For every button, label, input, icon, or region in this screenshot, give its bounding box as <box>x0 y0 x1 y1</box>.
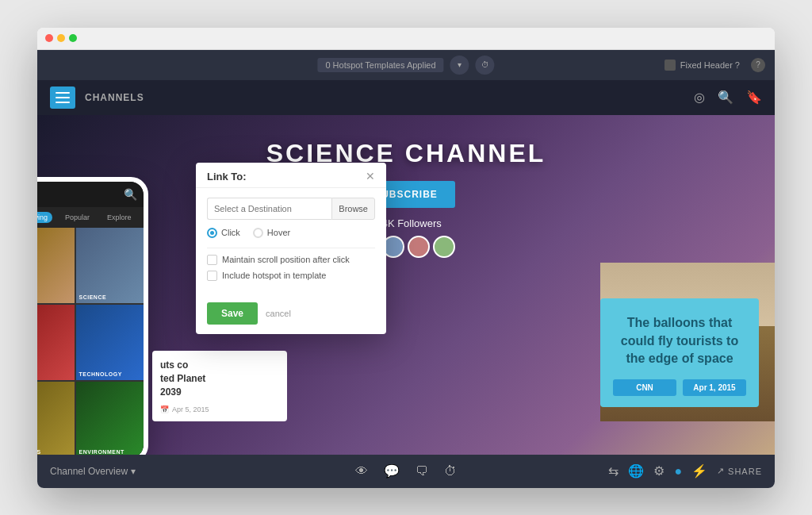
bookmark-icon[interactable]: 🔖 <box>746 90 762 105</box>
hotspot-indicator: 0 Hotspot Templates Applied ▾ ⏱ <box>317 56 494 75</box>
channel-label-text: Channel Overview <box>50 466 128 477</box>
phone-grid-item-technology[interactable]: TECHNOLOGY <box>76 305 144 380</box>
hotspot-badge: 0 Hotspot Templates Applied <box>317 58 443 72</box>
lightning-icon[interactable]: ⚡ <box>691 463 707 478</box>
calendar-icon: 📅 <box>160 405 169 413</box>
destination-input-row: Browse <box>207 198 375 220</box>
fixed-header-label: Fixed Header ? <box>680 60 740 70</box>
channel-overview-label: Channel Overview ▾ <box>50 466 136 477</box>
modal-footer: Save cancel <box>196 296 386 334</box>
phone-grid: FASHION SCIENCE AUTO TECHNOLOGY FINANCES <box>37 228 144 455</box>
destination-input[interactable] <box>207 198 331 220</box>
click-radio-option[interactable]: Click <box>207 228 240 238</box>
hover-radio-option[interactable]: Hover <box>253 228 290 238</box>
phone-tab-following[interactable]: Following <box>37 212 52 223</box>
browser-dot-yellow[interactable] <box>57 34 65 42</box>
article-strip: uts coted Planet2039 📅 Apr 5, 2015 <box>152 351 287 421</box>
science-label: SCIENCE <box>79 294 107 300</box>
click-label: Click <box>221 228 240 237</box>
radio-row: Click Hover <box>207 228 375 238</box>
card-source-badge[interactable]: CNN <box>613 379 676 396</box>
article-date: 📅 Apr 5, 2015 <box>160 405 279 413</box>
modal-body: Browse Click Hover <box>196 188 386 296</box>
browser-dot-red[interactable] <box>45 34 53 42</box>
phone-search-icon[interactable]: 🔍 <box>124 188 137 201</box>
browser-dots <box>45 34 77 42</box>
app-nav: CHANNELS ◎ 🔍 🔖 <box>37 80 775 115</box>
bottom-right-section: ⇆ 🌐 ⚙ ● ⚡ ↗ SHARE <box>608 463 762 478</box>
avatar-4 <box>433 236 455 258</box>
article-text: uts coted Planet2039 <box>160 359 279 398</box>
fixed-header-section: Fixed Header ? ? <box>665 58 765 72</box>
timer-icon-btn[interactable]: ⏱ <box>476 56 495 75</box>
menu-line-2 <box>56 97 70 98</box>
click-radio-dot[interactable] <box>207 228 217 238</box>
browser-titlebar <box>37 28 775 50</box>
eye-icon[interactable]: 👁 <box>355 464 368 478</box>
menu-line-1 <box>56 92 70 94</box>
hotspot-template-label: Include hotspot in template <box>222 271 326 280</box>
hover-radio-dot[interactable] <box>253 228 263 238</box>
share-network-icon[interactable]: ⇆ <box>608 463 619 478</box>
technology-label: TECHNOLOGY <box>79 371 122 377</box>
link-to-modal[interactable]: Link To: ✕ Browse Click <box>196 163 386 334</box>
phone-grid-item-environment[interactable]: ENVIRONMENT <box>76 382 144 454</box>
channel-chevron-icon: ▾ <box>131 466 136 477</box>
phone-grid-item-science[interactable]: SCIENCE <box>76 228 144 303</box>
cancel-link[interactable]: cancel <box>266 309 291 318</box>
globe-icon[interactable]: 🌐 <box>628 463 644 478</box>
bottom-center-icons: 👁 💬 🗨 ⏱ <box>355 463 457 478</box>
comment-icon[interactable]: 🗨 <box>416 464 428 478</box>
card-date-badge[interactable]: Apr 1, 2015 <box>683 379 746 396</box>
environment-label: ENVIRONMENT <box>79 449 124 455</box>
help-button[interactable]: ? <box>751 58 765 72</box>
phone-nav: ≡ 🔍 <box>37 182 144 207</box>
phone-tab-popular[interactable]: Popular <box>60 212 94 223</box>
browser-window: 0 Hotspot Templates Applied ▾ ⏱ Fixed He… <box>37 28 775 488</box>
article-card: The balloons that could fly tourists to … <box>600 298 759 406</box>
clock-icon[interactable]: ⏱ <box>444 464 457 478</box>
phone-grid-item-fashion[interactable]: FASHION <box>37 228 75 303</box>
scroll-checkbox-row[interactable]: Maintain scroll position after click <box>207 255 375 265</box>
save-button[interactable]: Save <box>207 302 258 325</box>
modal-title: Link To: <box>207 171 247 183</box>
phone-inner: ≡ 🔍 Following Popular Explore FASHION SC… <box>37 182 144 455</box>
main-content: SCIENCE CHANNEL SUBSCRIBE 234K Followers… <box>37 115 775 455</box>
hotspot-checkbox-row[interactable]: Include hotspot in template <box>207 271 375 281</box>
app-toolbar: 0 Hotspot Templates Applied ▾ ⏱ Fixed He… <box>37 50 775 80</box>
browse-button[interactable]: Browse <box>331 198 375 220</box>
card-footer: CNN Apr 1, 2015 <box>613 379 746 396</box>
search-icon[interactable]: 🔍 <box>718 90 733 105</box>
avatar-3 <box>408 236 430 258</box>
share-label: SHARE <box>728 467 762 476</box>
phone-grid-item-finances[interactable]: FINANCES <box>37 382 75 454</box>
modal-divider <box>207 248 375 248</box>
share-arrow-icon: ↗ <box>717 466 725 476</box>
phone-grid-item-auto[interactable]: AUTO <box>37 305 75 380</box>
modal-close-button[interactable]: ✕ <box>366 171 375 182</box>
finances-label: FINANCES <box>37 449 41 455</box>
phone-tab-explore[interactable]: Explore <box>102 212 136 223</box>
hover-label: Hover <box>267 228 290 237</box>
chat-icon[interactable]: 💬 <box>384 463 400 478</box>
dropdown-icon-btn[interactable]: ▾ <box>450 56 469 75</box>
browser-dot-green[interactable] <box>69 34 77 42</box>
phone-tabs: Following Popular Explore <box>37 207 144 228</box>
gear-icon[interactable]: ⚙ <box>653 463 665 478</box>
scroll-checkbox[interactable] <box>207 255 217 265</box>
channels-label: CHANNELS <box>85 92 144 103</box>
fixed-header-checkbox[interactable] <box>665 60 676 71</box>
card-title: The balloons that could fly tourists to … <box>613 314 746 367</box>
bottom-toolbar: Channel Overview ▾ 👁 💬 🗨 ⏱ ⇆ 🌐 ⚙ ● ⚡ ↗ S… <box>37 455 775 488</box>
modal-header: Link To: ✕ <box>196 163 386 188</box>
nav-menu-button[interactable] <box>50 86 75 109</box>
nav-right-icons: ◎ 🔍 🔖 <box>694 90 762 105</box>
menu-line-3 <box>56 102 70 103</box>
share-button[interactable]: ↗ SHARE <box>717 466 762 476</box>
dot-icon[interactable]: ● <box>674 464 682 478</box>
scroll-label: Maintain scroll position after click <box>222 255 350 264</box>
target-icon[interactable]: ◎ <box>694 90 705 105</box>
hotspot-checkbox[interactable] <box>207 271 217 281</box>
mobile-phone: ≡ 🔍 Following Popular Explore FASHION SC… <box>37 177 148 455</box>
